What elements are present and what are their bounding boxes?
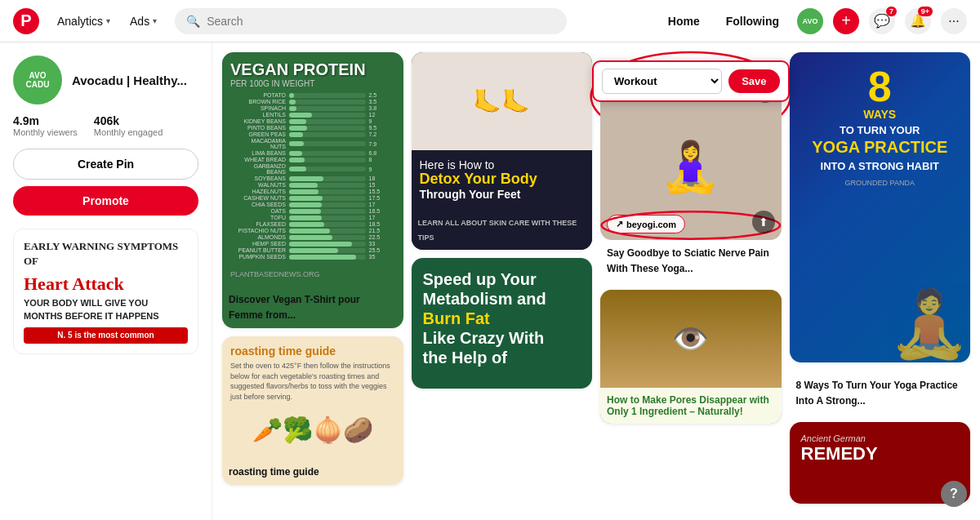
yoga-line3: INTO A STRONG HABIT — [803, 160, 958, 174]
chart-bar-fill — [289, 158, 305, 162]
pores-title: How to Make Pores Disappear with Only 1 … — [607, 394, 775, 417]
chart-value: 9 — [369, 167, 389, 172]
workout-board-select[interactable]: Workout — [602, 69, 722, 94]
chart-value: 15.5 — [369, 189, 389, 194]
chart-label: ALMONDS — [237, 234, 286, 240]
chart-label: LENTILS — [237, 112, 286, 118]
chart-bar-wrap — [289, 132, 366, 137]
more-button[interactable]: ··· — [941, 8, 967, 34]
chart-value: 33 — [369, 241, 389, 247]
vegan-subtitle: PER 100G IN WEIGHT — [230, 79, 395, 88]
chart-bar-row: TOFU 17 — [237, 215, 389, 220]
chart-bar-row: WHEAT BREAD 8 — [237, 157, 389, 162]
chart-label: FLAXSEED — [237, 221, 286, 227]
hw-big-text: Heart Attack — [24, 272, 188, 297]
pin-card-vegan[interactable]: VEGAN PROTEIN PER 100G IN WEIGHT POTATO … — [222, 52, 403, 328]
chart-bar-row: PEANUT BUTTER 25.5 — [237, 247, 389, 253]
pores-eye-image: 👁️ — [600, 290, 782, 388]
chart-bar-fill — [289, 229, 330, 233]
profile-name: Avocadu | Healthy... — [72, 73, 187, 87]
chart-label: KIDNEY BEANS — [237, 118, 286, 124]
chart-value: 17 — [369, 202, 389, 207]
chart-value: 7.9 — [369, 141, 389, 147]
notifications-button[interactable]: 🔔 9+ — [905, 8, 931, 34]
chart-label: MACADAMIA NUTS — [237, 138, 286, 149]
chart-label: OATS — [237, 208, 286, 214]
pin-column-2: 🦶🦶 Here is How to Detox Your Body Throug… — [412, 52, 593, 510]
workout-save-button[interactable]: Save — [728, 69, 779, 93]
chart-label: POTATO — [237, 92, 286, 98]
help-button[interactable]: ? — [941, 481, 967, 507]
chart-bar-fill — [289, 202, 322, 207]
analytics-nav[interactable]: Analytics ▾ — [49, 10, 118, 33]
chart-bar-fill — [289, 183, 318, 188]
chart-value: 22.5 — [369, 234, 389, 240]
analytics-label: Analytics — [57, 15, 103, 28]
chart-bar-wrap — [289, 100, 366, 104]
vegan-title: VEGAN PROTEIN — [230, 60, 395, 79]
chart-bar-wrap — [289, 141, 366, 146]
profile-avatar[interactable]: AVOCADU — [13, 56, 62, 104]
detox-pre: Here is How to — [420, 158, 585, 171]
avatar[interactable]: AVO — [797, 8, 823, 34]
pin-card-workout[interactable]: Workout Save 🧘‍♀️ ↗ beyogi.com — [600, 77, 782, 282]
pin-column-3: Workout Save 🧘‍♀️ ↗ beyogi.com — [600, 52, 782, 510]
chart-bar-wrap — [289, 176, 366, 181]
pinterest-logo[interactable]: P — [13, 8, 39, 34]
pin-card-roasting[interactable]: roasting time guide Set the oven to 425°… — [222, 336, 403, 485]
vegan-pin-title: Discover Vegan T-Shirt pour Femme from..… — [229, 294, 360, 321]
yoga-ways: WAYS — [803, 108, 958, 121]
pores-inner: How to Make Pores Disappear with Only 1 … — [600, 388, 782, 424]
chart-value: 17.5 — [369, 195, 389, 201]
messages-button[interactable]: 💬 7 — [869, 8, 895, 34]
chart-label: CASHEW NUTS — [237, 195, 286, 201]
chart-label: WALNUTS — [237, 182, 286, 188]
main-content: AVOCADU Avocadu | Healthy... 4.9m Monthl… — [0, 42, 980, 520]
yoga-text-overlay: 8 WAYS TO TURN YOUR YOGA PRACTICE INTO A… — [790, 52, 971, 200]
chart-label: WHEAT BREAD — [237, 157, 286, 162]
home-link[interactable]: Home — [660, 10, 708, 33]
chart-bar-row: CHIA SEEDS 17 — [237, 202, 389, 207]
chart-label: TOFU — [237, 215, 286, 220]
analytics-chevron-icon: ▾ — [106, 16, 110, 25]
chart-label: CHIA SEEDS — [237, 202, 286, 207]
chart-value: 15 — [369, 182, 389, 188]
vegan-inner: VEGAN PROTEIN PER 100G IN WEIGHT POTATO … — [222, 52, 403, 287]
profile-stats: 4.9m Monthly viewers 406k Monthly engage… — [13, 114, 198, 137]
chart-bar-wrap — [289, 222, 366, 227]
ads-nav[interactable]: Ads ▾ — [122, 10, 165, 33]
pin-card-metabolism[interactable]: Speed up Your Metabolism and Burn Fat Li… — [412, 258, 593, 389]
workout-save-overlay: Workout Save — [592, 60, 790, 102]
chart-bar-row: CASHEW NUTS 17.5 — [237, 195, 389, 201]
chart-bar-wrap — [289, 248, 366, 253]
header-nav: Analytics ▾ Ads ▾ — [49, 10, 165, 33]
create-pin-button[interactable]: Create Pin — [13, 149, 198, 180]
vegan-pin-info: Discover Vegan T-Shirt pour Femme from..… — [222, 287, 403, 328]
promote-button[interactable]: Promote — [13, 186, 198, 216]
chart-bar-row: ALMONDS 22.5 — [237, 234, 389, 240]
chart-bar-row: GARBANZO BEANS 9 — [237, 163, 389, 175]
plus-button[interactable]: + — [833, 8, 859, 34]
chart-label: GARBANZO BEANS — [237, 163, 286, 175]
monthly-engaged-stat: 406k Monthly engaged — [94, 114, 163, 137]
beyogi-url-text: beyogi.com — [626, 220, 676, 229]
chart-bar-row: KIDNEY BEANS 9 — [237, 118, 389, 124]
chart-label: LIMA BEANS — [237, 150, 286, 156]
chart-value: 35 — [369, 254, 389, 260]
chart-bar-wrap — [289, 151, 366, 156]
roasting-veggies-icon: 🥕🥦🧅🥔 — [230, 409, 395, 451]
chart-value: 17 — [369, 215, 389, 220]
pin-card-pores[interactable]: 👁️ How to Make Pores Disappear with Only… — [600, 290, 782, 424]
share-button[interactable]: ⬆ — [752, 211, 775, 233]
chart-bar-wrap — [289, 216, 366, 220]
following-link[interactable]: Following — [718, 10, 787, 33]
search-bar[interactable]: 🔍 — [175, 8, 567, 34]
chart-label: HAZELNUTS — [237, 189, 286, 194]
pin-card-yoga[interactable]: 8 WAYS TO TURN YOUR YOGA PRACTICE INTO A… — [790, 52, 971, 362]
search-input[interactable] — [207, 15, 555, 28]
yoga-person-icon: 🧘 — [889, 286, 970, 362]
pin-column-4: 8 WAYS TO TURN YOUR YOGA PRACTICE INTO A… — [790, 52, 971, 510]
roasting-pin-info: roasting time guide — [222, 459, 403, 486]
chart-bar-fill — [289, 216, 322, 220]
pin-card-detox[interactable]: 🦶🦶 Here is How to Detox Your Body Throug… — [412, 52, 593, 250]
